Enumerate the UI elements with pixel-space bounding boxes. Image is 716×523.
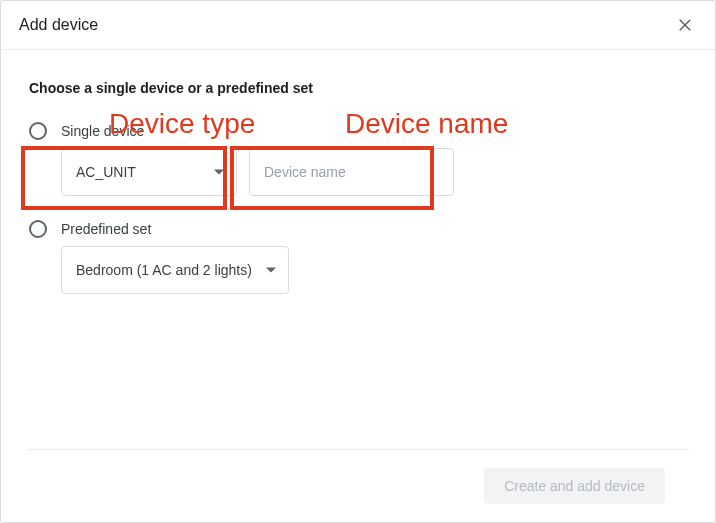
dialog-title: Add device [19, 16, 98, 34]
chevron-down-icon [214, 170, 224, 175]
close-icon [676, 16, 694, 34]
add-device-dialog: Add device Choose a single device or a p… [0, 0, 716, 523]
dialog-footer: Create and add device [27, 449, 689, 522]
choose-subtitle: Choose a single device or a predefined s… [29, 80, 687, 96]
device-type-value: AC_UNIT [76, 164, 136, 180]
close-button[interactable] [673, 13, 697, 37]
single-device-label[interactable]: Single device [61, 123, 144, 139]
dialog-header: Add device [1, 1, 715, 50]
predefined-controls: Bedroom (1 AC and 2 lights) [61, 246, 687, 294]
device-name-input[interactable] [249, 148, 454, 196]
predefined-set-select[interactable]: Bedroom (1 AC and 2 lights) [61, 246, 289, 294]
single-device-radio[interactable] [29, 122, 47, 140]
predefined-radio[interactable] [29, 220, 47, 238]
create-add-device-button[interactable]: Create and add device [484, 468, 665, 504]
device-type-select[interactable]: AC_UNIT [61, 148, 237, 196]
predefined-option: Predefined set [29, 220, 687, 238]
chevron-down-icon [266, 268, 276, 273]
single-device-controls: AC_UNIT [61, 148, 687, 196]
predefined-set-value: Bedroom (1 AC and 2 lights) [76, 262, 252, 278]
predefined-section: Predefined set Bedroom (1 AC and 2 light… [29, 220, 687, 294]
dialog-body: Choose a single device or a predefined s… [1, 50, 715, 449]
predefined-label[interactable]: Predefined set [61, 221, 151, 237]
single-device-option: Single device [29, 122, 687, 140]
